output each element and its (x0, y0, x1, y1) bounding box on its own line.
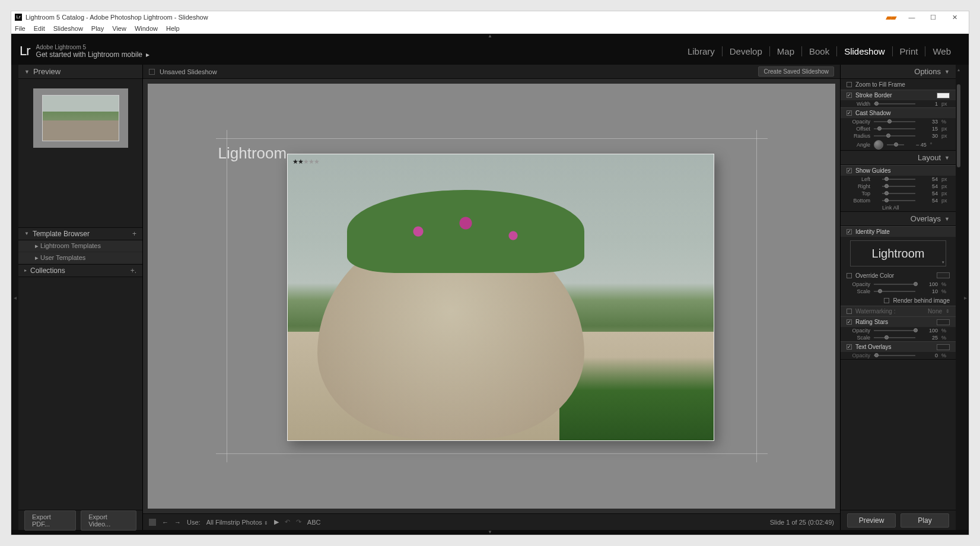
menu-window[interactable]: Window (135, 25, 158, 32)
module-develop[interactable]: Develop (723, 46, 770, 56)
menu-edit[interactable]: Edit (34, 25, 45, 32)
create-saved-slideshow-button[interactable]: Create Saved Slideshow (758, 66, 834, 77)
shadow-offset-slider[interactable]: Offset15px (841, 125, 956, 132)
angle-knob[interactable] (874, 140, 883, 150)
show-guides-checkbox[interactable] (847, 168, 852, 173)
preview-panel-header[interactable]: ▼ Preview (18, 65, 142, 79)
preview-button[interactable]: Preview (847, 513, 896, 528)
add-collection-button[interactable]: +. (131, 266, 136, 275)
zoom-fill-checkbox[interactable] (847, 82, 852, 87)
menu-play[interactable]: Play (91, 25, 104, 32)
lightroom-mobile-link[interactable]: Get started with Lightroom mobile ▸ (36, 50, 149, 59)
guide-bottom[interactable] (216, 453, 768, 454)
module-map[interactable]: Map (770, 46, 802, 56)
guide-left[interactable] (227, 130, 227, 462)
top-collapse-handle[interactable]: ▲ (11, 34, 969, 39)
override-color-swatch[interactable] (937, 272, 950, 278)
text-overlays-color-swatch[interactable] (937, 344, 950, 350)
margin-left-slider[interactable]: Left54px (841, 176, 956, 183)
identity-plate-overlay[interactable]: Lightroom (218, 144, 287, 163)
template-user[interactable]: ▸ User Templates (18, 252, 142, 264)
menu-help[interactable]: Help (166, 25, 180, 32)
text-overlay-button[interactable]: ABC (307, 519, 321, 526)
next-slide-button[interactable]: → (174, 519, 181, 526)
template-browser-header[interactable]: ▼ Template Browser + (18, 227, 142, 240)
link-bottom-checkbox[interactable] (874, 198, 879, 203)
link-top-checkbox[interactable] (874, 191, 879, 196)
preview-thumbnail[interactable] (33, 88, 128, 148)
shadow-opacity-slider[interactable]: Opacity33% (841, 118, 956, 125)
maximize-icon[interactable]: ☐ (922, 14, 944, 21)
watermarking-checkbox[interactable] (847, 309, 852, 314)
menu-view[interactable]: View (112, 25, 126, 32)
stop-button[interactable] (149, 519, 156, 526)
margin-right-slider[interactable]: Right54px (841, 183, 956, 190)
identity-opacity-slider[interactable]: Opacity100% (841, 281, 956, 288)
menu-slideshow[interactable]: Slideshow (53, 25, 83, 32)
redo-button[interactable]: ↷ (296, 518, 301, 526)
overlays-title: Overlays (911, 214, 941, 223)
stroke-width-slider[interactable]: Width1px (841, 100, 956, 107)
margin-top-slider[interactable]: Top54px (841, 190, 956, 197)
minimize-icon[interactable]: — (901, 14, 922, 21)
collections-header[interactable]: ▸ Collections +. (18, 264, 142, 277)
export-video-button[interactable]: Export Video... (81, 510, 136, 531)
guide-right[interactable] (756, 130, 757, 462)
text-overlays-checkbox[interactable] (847, 344, 852, 350)
right-collapse-handle[interactable]: ▸ (962, 65, 969, 530)
module-web[interactable]: Web (925, 46, 958, 56)
module-book[interactable]: Book (802, 46, 837, 56)
options-panel-header[interactable]: Options ▼ (841, 65, 956, 79)
cast-shadow-checkbox[interactable] (847, 110, 852, 116)
collections-label: Collections (30, 266, 65, 275)
module-slideshow[interactable]: Slideshow (837, 46, 892, 56)
close-icon[interactable]: ✕ (944, 14, 965, 21)
slideshow-title: Unsaved Slideshow (160, 68, 217, 75)
overlays-panel-header[interactable]: Overlays ▼ (841, 212, 956, 226)
menu-file[interactable]: File (15, 25, 26, 32)
undo-button[interactable]: ↶ (285, 518, 290, 526)
rating-stars-overlay[interactable]: ★★★★★ (292, 158, 319, 166)
text-opacity-slider[interactable]: Opacity0% (841, 352, 956, 359)
rating-scale-slider[interactable]: Scale25% (841, 334, 956, 341)
identity-plate-preview[interactable]: Lightroom▾ (850, 240, 946, 266)
scrollbar-thumb[interactable] (957, 84, 960, 167)
right-panel: Options ▼ Zoom to Fill Frame Stroke Bord… (840, 65, 956, 530)
override-color-label: Override Color (855, 272, 894, 279)
rating-stars-color-swatch[interactable] (937, 319, 950, 325)
module-print[interactable]: Print (893, 46, 926, 56)
stroke-border-checkbox[interactable] (847, 93, 852, 98)
product-name: Adobe Lightroom 5 (36, 44, 149, 50)
module-library[interactable]: Library (680, 46, 723, 56)
rating-opacity-slider[interactable]: Opacity100% (841, 327, 956, 334)
export-pdf-button[interactable]: Export PDF... (24, 510, 76, 531)
use-dropdown[interactable]: All Filmstrip Photos ⇕ (206, 519, 268, 526)
margin-bottom-slider[interactable]: Bottom54px (841, 197, 956, 204)
play-button[interactable]: ▶ (274, 518, 279, 526)
watermarking-value[interactable]: None (928, 308, 942, 315)
shadow-radius-slider[interactable]: Radius30px (841, 132, 956, 139)
slideshow-saved-checkbox[interactable] (149, 69, 155, 75)
left-collapse-handle[interactable]: ◂ (11, 65, 18, 530)
add-template-button[interactable]: + (132, 230, 136, 238)
layout-panel-header[interactable]: Layout ▼ (841, 151, 956, 165)
slide-image[interactable]: ★★★★★ (287, 154, 714, 441)
prev-slide-button[interactable]: ← (162, 519, 168, 526)
slide-canvas[interactable]: Lightroom ★★★★★ (148, 84, 835, 509)
right-scrollbar[interactable]: ▴ (956, 65, 962, 530)
shadow-angle-slider[interactable]: Angle– 45° (841, 139, 956, 150)
rating-stars-checkbox[interactable] (847, 319, 852, 325)
identity-plate-checkbox[interactable] (847, 229, 852, 234)
template-lightroom[interactable]: ▸ Lightroom Templates (18, 240, 142, 252)
link-left-checkbox[interactable] (874, 177, 879, 182)
link-right-checkbox[interactable] (874, 184, 879, 189)
link-all-checkbox[interactable] (874, 205, 879, 210)
update-icon[interactable]: ▰▰ (886, 12, 895, 22)
play-button[interactable]: Play (901, 513, 949, 528)
identity-scale-slider[interactable]: Scale10% (841, 288, 956, 295)
guide-top[interactable] (216, 138, 768, 139)
render-behind-checkbox[interactable] (884, 298, 889, 303)
bottom-collapse-handle[interactable]: ▼ (11, 530, 969, 535)
stroke-color-swatch[interactable] (937, 93, 950, 99)
override-color-checkbox[interactable] (847, 273, 852, 278)
